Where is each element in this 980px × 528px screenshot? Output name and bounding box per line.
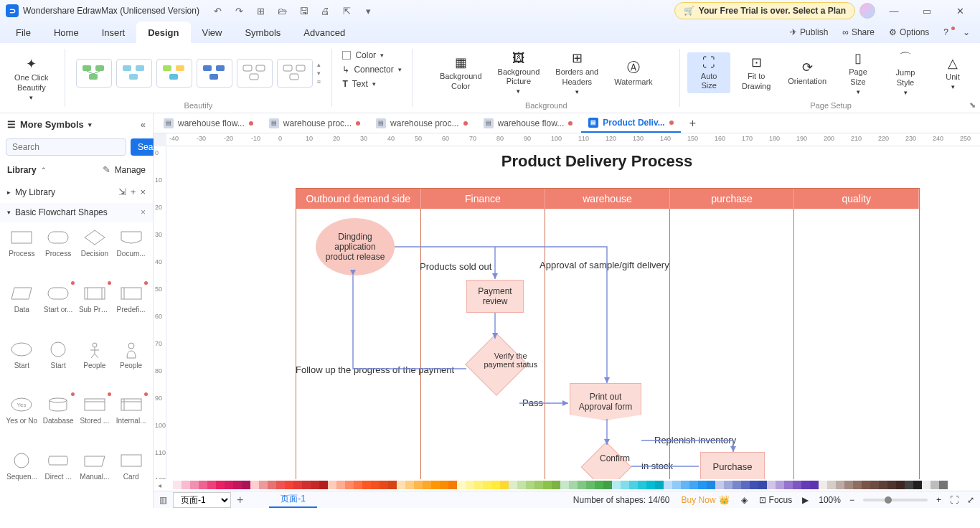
color-swatch[interactable]	[844, 481, 853, 489]
label-products-sold-out[interactable]: Products sold out	[420, 261, 491, 272]
maximize-button[interactable]: ▭	[913, 1, 941, 20]
color-swatch[interactable]	[689, 481, 698, 489]
color-swatch[interactable]	[311, 481, 319, 489]
color-swatch[interactable]	[672, 481, 681, 489]
color-swatch[interactable]	[870, 481, 879, 489]
close-button[interactable]: ✕	[946, 1, 974, 20]
color-swatch[interactable]	[896, 481, 905, 489]
node-confirm[interactable]: Confirm	[581, 442, 631, 479]
node-payment-review[interactable]: Payment review	[466, 280, 524, 313]
label-approval[interactable]: Approval of sample/gift delivery	[540, 260, 669, 270]
color-swatch[interactable]	[534, 481, 543, 489]
node-dingding[interactable]: Dingding application product release	[316, 218, 395, 275]
fit-page-icon[interactable]: ⛶	[950, 495, 958, 505]
color-swatch[interactable]	[491, 481, 500, 489]
zoom-in-icon[interactable]: +	[936, 495, 941, 505]
node-verify[interactable]: Verify the payment status	[468, 336, 525, 393]
collapse-ribbon-icon[interactable]: ⌄	[957, 27, 976, 37]
color-swatch[interactable]	[801, 481, 810, 489]
color-swatch[interactable]	[595, 481, 603, 489]
color-swatch[interactable]	[681, 481, 689, 489]
lane-header[interactable]: quality	[794, 189, 919, 209]
color-swatch[interactable]	[517, 481, 526, 489]
undo-icon[interactable]: ↶	[209, 2, 227, 19]
color-swatch[interactable]	[483, 481, 491, 489]
new-icon[interactable]: ⊞	[253, 2, 270, 19]
menu-view[interactable]: View	[191, 22, 234, 43]
color-swatch[interactable]	[732, 481, 741, 489]
color-swatch[interactable]	[474, 481, 483, 489]
color-dropdown[interactable]: Color▾	[339, 49, 404, 62]
color-swatch[interactable]	[362, 481, 371, 489]
color-swatch[interactable]	[457, 481, 466, 489]
color-swatch[interactable]	[715, 481, 724, 489]
color-swatch[interactable]	[586, 481, 595, 489]
color-swatch[interactable]	[724, 481, 732, 489]
search-input[interactable]	[6, 138, 126, 156]
canvas[interactable]: Product Delivery Process Outbound demand…	[166, 146, 980, 479]
shape-yesorno[interactable]: YesYes or No	[6, 395, 38, 446]
color-swatch[interactable]	[448, 481, 457, 489]
color-swatch[interactable]	[569, 481, 578, 489]
section-basic-flowchart[interactable]: ▾ Basic Flowchart Shapes ×	[0, 203, 153, 222]
color-swatch[interactable]	[319, 481, 328, 489]
color-swatch[interactable]	[173, 481, 182, 489]
color-swatch[interactable]	[578, 481, 586, 489]
doc-tab-3[interactable]: ▤warehouse flow...	[476, 113, 580, 133]
shape-predefi[interactable]: Predefi...	[115, 283, 147, 335]
color-swatch[interactable]	[664, 481, 672, 489]
menu-design[interactable]: Design	[136, 22, 190, 43]
open-icon[interactable]: 🗁	[274, 2, 291, 19]
palette-left-icon[interactable]: ◂	[155, 481, 164, 489]
color-swatch[interactable]	[466, 481, 474, 489]
node-purchase[interactable]: Purchase	[700, 452, 765, 479]
connector-dropdown[interactable]: ↳Connector▾	[339, 63, 404, 76]
menu-home[interactable]: Home	[42, 22, 90, 43]
color-swatch[interactable]	[509, 481, 517, 489]
style-thumb-6[interactable]	[277, 59, 313, 88]
shape-stored[interactable]: Stored ...	[79, 395, 111, 446]
color-swatch[interactable]	[836, 481, 844, 489]
shape-people[interactable]: People	[115, 339, 147, 391]
focus-button[interactable]: ⊡ Focus	[759, 495, 793, 505]
color-swatch[interactable]	[164, 481, 173, 489]
color-swatch[interactable]	[913, 481, 922, 489]
color-swatch[interactable]	[190, 481, 199, 489]
zoom-slider[interactable]	[863, 499, 928, 501]
page-tab-1[interactable]: 页面-1	[269, 491, 317, 508]
save-icon[interactable]: 🖫	[296, 2, 313, 19]
color-swatch[interactable]	[225, 481, 233, 489]
color-swatch[interactable]	[853, 481, 862, 489]
presentation-icon[interactable]: ▶	[802, 495, 809, 505]
shape-manual[interactable]: Manual...	[79, 451, 111, 502]
color-swatch[interactable]	[560, 481, 569, 489]
zoom-level[interactable]: 100%	[819, 495, 841, 505]
menu-insert[interactable]: Insert	[90, 22, 137, 43]
menu-file[interactable]: File	[4, 22, 42, 43]
shape-docum[interactable]: Docum...	[115, 227, 147, 279]
unit-button[interactable]: △Unit▾	[931, 52, 974, 93]
color-swatch[interactable]	[336, 481, 345, 489]
color-swatch[interactable]	[810, 481, 819, 489]
borders-button[interactable]: ⊞Borders and Headers▾	[550, 47, 604, 98]
color-swatch[interactable]	[250, 481, 259, 489]
avatar[interactable]	[859, 3, 875, 19]
fullscreen-icon[interactable]: ⤢	[967, 495, 974, 505]
watermark-button[interactable]: ⒶWatermark	[608, 56, 658, 90]
color-swatch[interactable]	[543, 481, 552, 489]
shape-card[interactable]: Card	[115, 451, 147, 502]
edit-icon[interactable]: ✎	[103, 164, 110, 175]
color-swatch[interactable]	[354, 481, 362, 489]
color-swatch[interactable]	[380, 481, 388, 489]
bg-color-button[interactable]: ▦Background Color	[434, 52, 488, 93]
style-gallery-more[interactable]: ▴▾≡	[317, 61, 321, 85]
lane-header[interactable]: Outbound demand side	[296, 189, 421, 209]
import-icon[interactable]: ⇲	[118, 187, 126, 197]
print-icon[interactable]: 🖨	[317, 2, 334, 19]
shape-internal[interactable]: Internal...	[115, 395, 147, 446]
color-swatch[interactable]	[440, 481, 448, 489]
menu-symbols[interactable]: Symbols	[233, 22, 292, 43]
export-icon[interactable]: ⇱	[339, 2, 356, 19]
color-swatch[interactable]	[905, 481, 913, 489]
color-swatch[interactable]	[199, 481, 207, 489]
